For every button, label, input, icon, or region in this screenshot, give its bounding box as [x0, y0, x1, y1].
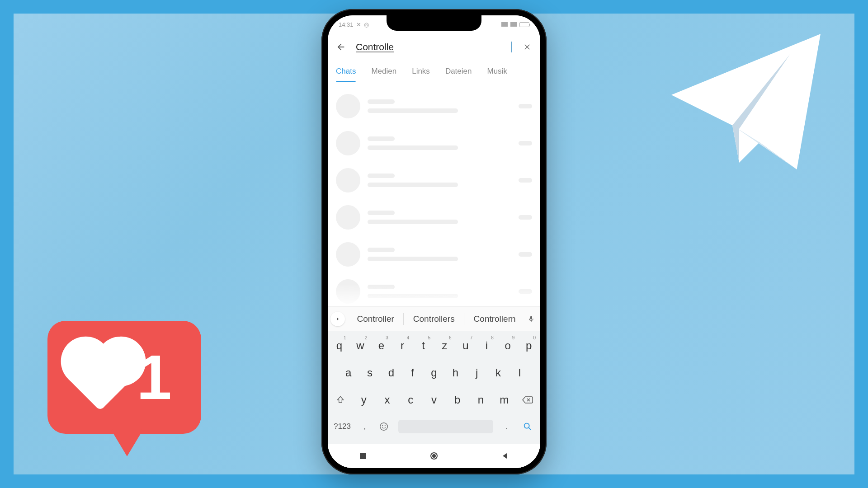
key-x[interactable]: x — [377, 389, 398, 411]
chat-results — [328, 82, 540, 315]
back-arrow-icon[interactable] — [336, 42, 346, 52]
suggestion-bar: Controller Controllers Controllern — [328, 306, 540, 331]
suggestion[interactable]: Controllern — [465, 314, 524, 324]
clear-search-icon[interactable] — [522, 42, 532, 52]
key-e[interactable]: e3 — [372, 334, 391, 357]
tab-dateien[interactable]: Dateien — [445, 61, 472, 82]
svg-point-1 — [382, 425, 383, 426]
chat-placeholder — [334, 125, 534, 162]
key-b[interactable]: b — [447, 389, 468, 411]
search-header — [328, 33, 540, 61]
svg-point-0 — [380, 423, 388, 431]
key-z[interactable]: z6 — [435, 334, 454, 357]
key-i[interactable]: i8 — [477, 334, 496, 357]
battery-icon — [519, 22, 529, 27]
search-enter-key[interactable] — [517, 416, 538, 437]
key-v[interactable]: v — [423, 389, 445, 411]
search-input[interactable] — [356, 42, 512, 52]
backspace-key[interactable] — [517, 389, 538, 411]
symbols-key[interactable]: ?123 — [330, 416, 355, 437]
key-k[interactable]: k — [488, 361, 508, 384]
expand-suggestions-icon[interactable] — [330, 312, 345, 326]
mic-icon[interactable] — [525, 314, 538, 324]
svg-point-2 — [385, 425, 386, 426]
tab-chats[interactable]: Chats — [336, 61, 356, 82]
key-m[interactable]: m — [493, 389, 515, 411]
key-h[interactable]: h — [446, 361, 465, 384]
like-badge: 1 — [47, 321, 201, 456]
chat-placeholder — [334, 88, 534, 125]
key-u[interactable]: u7 — [456, 334, 476, 357]
key-q[interactable]: q1 — [330, 334, 349, 357]
nav-back-icon[interactable] — [500, 451, 510, 461]
key-r[interactable]: r4 — [393, 334, 412, 357]
shift-key[interactable] — [330, 389, 351, 411]
key-w[interactable]: w2 — [351, 334, 370, 357]
spacebar[interactable] — [398, 420, 493, 433]
key-s[interactable]: s — [360, 361, 379, 384]
status-time: 14:31 — [339, 21, 354, 28]
svg-rect-4 — [360, 453, 366, 459]
phone-mockup: 14:31 ✕◎ Chats Medien Links Dateien Mus — [321, 9, 547, 474]
key-d[interactable]: d — [382, 361, 401, 384]
suggestion[interactable]: Controllers — [405, 314, 463, 324]
comma-key[interactable]: , — [357, 416, 373, 437]
keyboard: Controller Controllers Controllern q1w2e… — [328, 306, 540, 468]
signal-icon — [510, 22, 517, 27]
android-nav-bar — [328, 444, 540, 468]
key-c[interactable]: c — [400, 389, 421, 411]
nav-home-icon[interactable] — [429, 451, 439, 461]
signal-icon — [501, 22, 508, 27]
suggestion[interactable]: Controller — [349, 314, 402, 324]
key-j[interactable]: j — [467, 361, 486, 384]
telegram-icon — [665, 27, 827, 181]
tab-links[interactable]: Links — [412, 61, 430, 82]
key-p[interactable]: p0 — [519, 334, 538, 357]
chat-placeholder — [334, 199, 534, 236]
key-n[interactable]: n — [470, 389, 492, 411]
key-g[interactable]: g — [424, 361, 443, 384]
tab-musik[interactable]: Musik — [487, 61, 507, 82]
chat-placeholder — [334, 162, 534, 199]
key-l[interactable]: l — [510, 361, 529, 384]
search-tabs: Chats Medien Links Dateien Musik — [328, 61, 540, 82]
heart-icon — [68, 344, 135, 411]
nav-recent-icon[interactable] — [358, 451, 368, 461]
period-key[interactable]: . — [499, 416, 515, 437]
chat-placeholder — [334, 236, 534, 273]
svg-point-3 — [524, 423, 529, 428]
key-a[interactable]: a — [339, 361, 358, 384]
chat-placeholder — [334, 273, 534, 310]
key-o[interactable]: o9 — [498, 334, 518, 357]
key-y[interactable]: y — [353, 389, 375, 411]
key-f[interactable]: f — [403, 361, 422, 384]
svg-point-6 — [432, 454, 436, 458]
key-t[interactable]: t5 — [414, 334, 433, 357]
emoji-key[interactable] — [375, 416, 393, 437]
tab-medien[interactable]: Medien — [371, 61, 396, 82]
